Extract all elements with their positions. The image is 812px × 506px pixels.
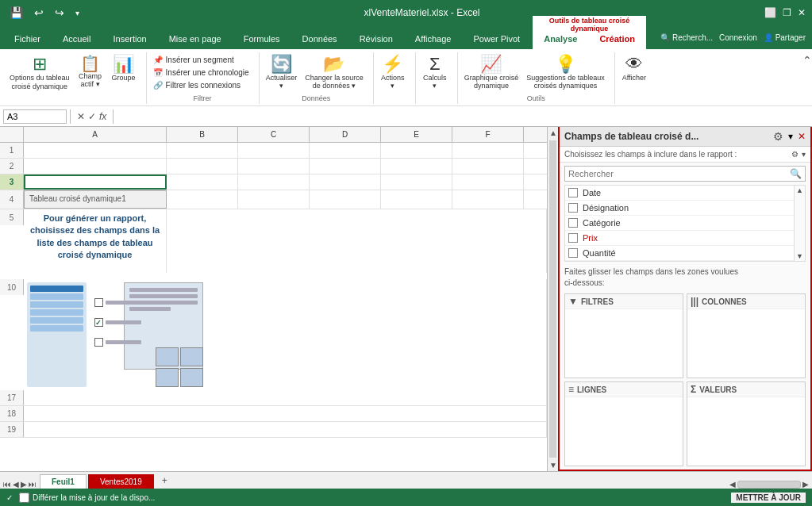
cell-g2[interactable] [524,159,547,174]
save-icon[interactable]: 💾 [6,5,26,21]
segment-btn[interactable]: 📌 Insérer un segment [150,54,252,66]
update-button[interactable]: METTRE À JOUR [731,493,806,503]
field-scroll-up[interactable]: ▲ [795,186,805,195]
tab-formules[interactable]: Formules [233,29,291,49]
maximize-icon[interactable]: ❐ [783,7,791,18]
field-checkbox-designation[interactable] [568,203,578,213]
tab-revision[interactable]: Révision [348,29,404,49]
collapse-icon[interactable]: ⌃ [802,54,812,67]
afficher-btn[interactable]: 👁 Afficher [618,54,650,83]
gear-icon[interactable]: ⚙ [773,130,783,143]
champ-actif-btn[interactable]: 📋 Champactif ▾ [75,54,106,90]
cancel-formula-icon[interactable]: ✕ [77,111,85,122]
cell-e4[interactable] [381,190,452,209]
tab-accueil[interactable]: Accueil [52,29,102,49]
field-scroll-down[interactable]: ▼ [795,251,805,261]
sheet-nav-next[interactable]: ▶ [21,480,27,489]
tab-miseenpage[interactable]: Mise en page [158,29,233,49]
cell-c4[interactable] [238,190,310,209]
cell-g3[interactable] [524,174,547,190]
cell-c1[interactable] [238,143,310,158]
options-tableau-btn[interactable]: ⊞ Options du tableaucroisé dynamique [6,54,73,93]
cell-e3[interactable] [381,174,452,190]
cell-g4[interactable] [524,190,547,209]
col-header-b[interactable]: B [167,127,238,142]
minimize-icon[interactable]: ⬜ [764,7,776,18]
h-scroll-thumb[interactable] [737,481,801,489]
connexions-btn[interactable]: 🔗 Filtrer les connexions [150,79,252,91]
drop-zone-colonnes[interactable]: ||| COLONNES [687,293,806,378]
col-header-c[interactable]: C [238,127,310,142]
drop-zone-filtres[interactable]: ▼ FILTRES [564,293,683,378]
dropdown-arrow-icon[interactable]: ▾ [788,131,793,142]
cell-a2[interactable] [24,159,167,174]
close-panel-icon[interactable]: ✕ [798,131,806,142]
h-scroll-right[interactable]: ▶ [802,480,809,489]
cell-g1[interactable] [524,143,547,158]
cell-b1[interactable] [167,143,238,158]
field-item-date[interactable]: Date [565,186,794,201]
field-item-categorie[interactable]: Catégorie [565,216,794,231]
cell-d3[interactable] [310,174,381,190]
col-header-d[interactable]: D [310,127,381,142]
cell-instruction[interactable]: Pour générer un rapport, choisissez des … [24,209,167,273]
cell-19[interactable] [24,422,547,437]
actions-btn[interactable]: ⚡ Actions▾ [377,54,409,91]
cell-d4[interactable] [310,190,381,209]
calculs-btn[interactable]: Σ Calculs▾ [419,54,451,91]
cell-a1[interactable] [24,143,167,158]
tab-fichier[interactable]: Fichier [3,29,52,49]
cell-rest-10[interactable] [206,279,547,390]
cell-c3[interactable] [238,174,310,190]
field-item-designation[interactable]: Désignation [565,201,794,216]
tab-donnees[interactable]: Données [291,29,348,49]
sheet-nav-first[interactable]: ⏮ [3,480,11,489]
vertical-scrollbar[interactable]: ▲ ▼ [547,127,558,471]
function-icon[interactable]: fx [99,111,106,122]
field-item-quantite[interactable]: Quantité [565,246,794,261]
suggestions-btn[interactable]: 💡 Suggestions de tableauxcroisés dynamiq… [523,54,608,91]
tab-powerpivot[interactable]: Power Pivot [462,29,531,49]
field-checkbox-prix[interactable] [568,233,578,243]
source-btn[interactable]: 📂 Changer la sourcede données ▾ [302,54,367,91]
chronologie-btn[interactable]: 📅 Insérer une chronologie [150,67,252,79]
cell-reference[interactable] [3,109,67,124]
cell-b4[interactable] [167,190,238,209]
scroll-thumb[interactable] [549,140,556,458]
sheet-tab-ventes2019[interactable]: Ventes2019 [88,474,154,489]
settings-icon[interactable]: ⚙ [791,150,799,159]
field-list-scrollbar[interactable]: ▲ ▼ [794,186,805,261]
close-icon[interactable]: ✕ [798,7,806,18]
scroll-down-btn[interactable]: ▼ [548,459,558,471]
h-scroll-left[interactable]: ◀ [729,480,736,489]
field-search-input[interactable] [568,169,790,178]
drop-zone-lignes[interactable]: ≡ LIGNES [564,381,683,466]
cell-18[interactable] [24,406,547,421]
sheet-nav-prev[interactable]: ◀ [13,480,19,489]
differ-checkbox-label[interactable]: Différer la mise à jour de la dispo... [19,493,155,503]
field-search-box[interactable]: 🔍 [564,166,806,182]
field-checkbox-categorie[interactable] [568,218,578,228]
redo-icon[interactable]: ↪ [52,5,67,21]
cell-f1[interactable] [452,143,524,158]
cell-d1[interactable] [310,143,381,158]
groupe-btn[interactable]: 📊 Groupe [108,54,140,83]
confirm-formula-icon[interactable]: ✓ [88,111,96,122]
cell-d2[interactable] [310,159,381,174]
col-header-g[interactable]: G [524,127,547,142]
field-checkbox-date[interactable] [568,188,578,197]
cell-17[interactable] [24,390,547,405]
cell-a3[interactable] [24,174,167,190]
drop-zone-valeurs[interactable]: Σ VALEURS [687,381,806,466]
cell-rest-5[interactable] [167,209,547,273]
subheader-dropdown-icon[interactable]: ▾ [802,150,806,159]
scroll-up-btn[interactable]: ▲ [548,127,558,139]
tab-insertion[interactable]: Insertion [102,29,157,49]
sheet-tab-feuil1[interactable]: Feuil1 [40,474,87,489]
cell-c2[interactable] [238,159,310,174]
graphique-btn[interactable]: 📈 Graphique croisédynamique [461,54,522,91]
cell-b2[interactable] [167,159,238,174]
cell-f2[interactable] [452,159,524,174]
cell-f3[interactable] [452,174,524,190]
formula-input[interactable] [117,110,809,123]
